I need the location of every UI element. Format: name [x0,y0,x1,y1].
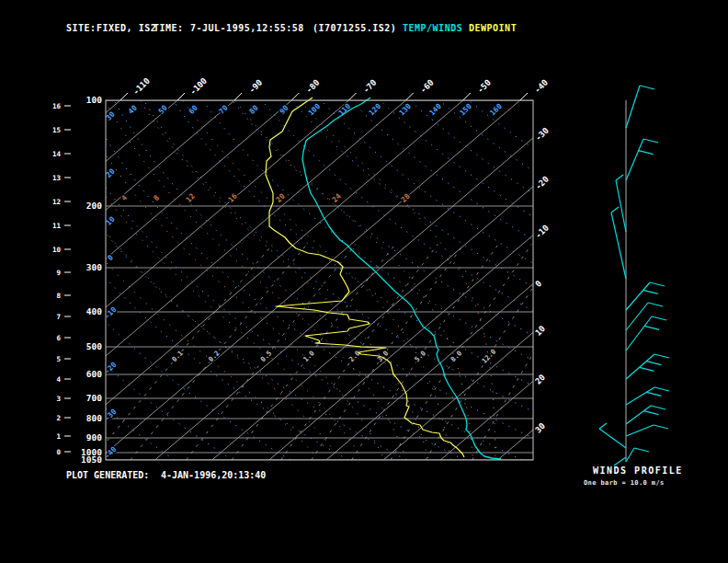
mixing-ratio-label: 8.0 [449,349,463,363]
wind-barb-tick [643,290,658,293]
wind-barb-tick [643,139,658,143]
wind-barb-shaft [626,282,650,310]
pressure-label: 900 [86,432,102,442]
wind-barb-tick [654,425,668,429]
mixing-ratio-label: 0.2 [207,349,222,363]
moist-adiabat-lines [6,100,495,458]
km-label: 16 [52,102,62,110]
dry-adiabat-label-left: 20 [105,167,117,179]
temp-label-right: -10 [533,223,551,240]
km-label: 2 [56,414,61,422]
dry-adiabat-label-left: -20 [103,361,119,376]
dewpoint-curve [266,98,464,457]
wind-barb-shaft [626,387,654,405]
moist-adiabat-label: 12 [185,192,197,204]
temp-label-top: -70 [361,78,379,96]
dry-adiabat-label-left: -10 [103,305,119,321]
dry-adiabat-label-top: 80 [248,104,260,116]
km-label: 4 [56,375,61,384]
temp-label-right: -30 [533,126,551,144]
height-axis: 012345678910111213141516 [52,102,71,456]
temp-label-top: -80 [304,78,322,96]
wind-barb-shaft [626,425,654,436]
wind-barb-tick [634,448,649,452]
temp-label-right: 30 [533,421,547,435]
km-label: 9 [56,269,61,277]
winds-profile-legend: One barb = 10.0 m/s [584,479,665,487]
wind-barb-shaft [614,457,626,465]
wind-barb-tick [644,326,659,329]
wind-barb-shaft [616,180,626,232]
wind-barb-tick [639,151,654,155]
pressure-label: 700 [86,393,102,403]
km-label: 7 [56,313,61,321]
wind-barb-tick [648,303,663,306]
temp-label-right: 0 [533,279,543,289]
plot-generated-value: 4-JAN-1996,20:13:40 [161,470,266,480]
temp-label-right: -20 [533,175,551,192]
wind-barb-tick [654,354,669,358]
wind-barb-shaft [626,139,643,180]
wind-barb-tick [651,406,665,409]
dry-adiabat-label-top: 40 [127,104,139,116]
wind-barb-shaft [626,406,651,424]
temp-label-right: 20 [533,373,547,386]
dry-adiabat-label-top: 120 [368,102,383,118]
plot-frame [106,100,533,460]
wind-barb-shaft [626,316,652,350]
temp-label-top: -60 [418,78,436,96]
km-label: 3 [56,395,61,403]
wind-barb-shaft [599,429,626,448]
pressure-gridlines [106,100,533,460]
moist-adiabat-label: 20 [275,192,287,204]
pressure-label: 200 [86,201,102,211]
top-isotherm-ticks [120,93,528,100]
wind-barb-tick [611,207,619,213]
wind-barb-tick [640,367,654,371]
temp-label-top: -90 [247,78,265,96]
mixing-ratio-label: 0.1 [170,349,185,363]
moist-adiabat-label: 4 [119,193,129,202]
km-label: 6 [56,334,61,342]
dry-adiabat-label-top: 60 [188,104,199,116]
wind-barb-tick [616,175,623,180]
km-label: 5 [56,355,61,363]
temp-label-top: -100 [188,76,209,97]
skewt-sounding-app: SITE: FIXED, IS2 TIME: 7-JUL-1995,12:55:… [0,0,728,563]
temp-label-right: 10 [533,324,547,338]
km-label: 13 [52,174,62,182]
mixing-ratio-label: 12.0 [480,347,497,364]
dry-adiabat-label-top: 150 [458,102,473,118]
dry-adiabat-label-top: 90 [279,104,290,116]
wind-barb-tick [654,387,669,391]
km-label: 8 [56,292,61,300]
temp-label-top: -50 [475,78,493,96]
km-label: 12 [52,198,61,206]
dry-adiabat-label-top: 140 [428,102,444,118]
dry-adiabat-label-top: 160 [488,102,504,118]
wind-barb-shaft [626,354,654,379]
wind-barb-tick [599,423,607,429]
dry-adiabat-label-top: 130 [398,102,414,118]
wind-barb-shaft [626,86,640,128]
km-label: 14 [52,150,62,158]
wind-barb-tick [650,282,665,286]
plot-border [106,100,533,460]
wind-barbs [599,86,669,465]
km-label: 11 [52,222,62,230]
dry-adiabat-label-left: 10 [105,215,117,227]
dry-adiabat-lines [0,102,728,460]
pressure-label: 800 [86,413,102,423]
wind-barb-shaft [626,448,634,462]
temp-label-top: -40 [532,78,550,96]
dry-adiabat-label-top: 100 [307,102,323,118]
plot-generated-label: PLOT GENERATED: [66,470,149,480]
km-label: 1 [56,432,61,441]
dry-adiabat-label-left: -40 [103,445,119,461]
km-label: 0 [56,448,61,456]
temperature-curve [302,98,501,459]
pressure-label: 300 [86,262,102,272]
temp-label-top: -110 [131,76,152,97]
dry-adiabat-label-left: -30 [103,408,119,423]
wind-barb-tick [652,316,666,320]
